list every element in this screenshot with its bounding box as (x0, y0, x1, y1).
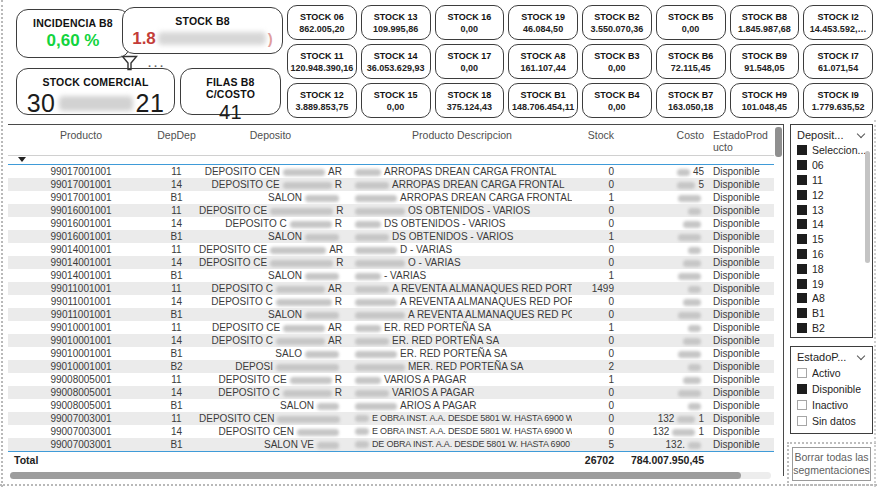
checkbox[interactable] (797, 234, 807, 244)
checkbox[interactable] (797, 205, 807, 215)
checkbox[interactable] (797, 293, 807, 303)
col-header-producto-descripcion[interactable]: Producto Descripcion (346, 129, 572, 142)
stock-card[interactable]: STOCK B3 0,00 (582, 44, 652, 79)
card-stock-b8[interactable]: STOCK B8 1.8) (122, 7, 283, 54)
stock-card[interactable]: STOCK I2 14.453.592,… (803, 5, 873, 40)
table-row[interactable]: 99007003001 11 DEPOSITO CEN E OBRA INST.… (8, 412, 774, 425)
table-row[interactable]: 99008005001 B1 SALON ARIOS A PAGAR 0 Dis… (8, 399, 774, 412)
table-row[interactable]: 99017001001 B1 SALON ARROPAS DREAN CARGA… (8, 191, 774, 204)
stock-card[interactable]: STOCK 14 36.053.629,93 (361, 44, 431, 79)
stock-card[interactable]: STOCK B1 148.706.454,11 (508, 83, 578, 118)
slicer-item[interactable]: Seleccion... (797, 143, 872, 158)
stock-card[interactable]: STOCK 12 3.889.853,75 (287, 83, 357, 118)
stock-card[interactable]: STOCK 06 862.005,20 (287, 5, 357, 40)
slicer-item[interactable]: B1 (797, 306, 872, 321)
stock-card[interactable]: STOCK H9 101.048,45 (730, 83, 800, 118)
table-row[interactable]: 99017001001 11 DEPOSITO CENAR ARROPAS DR… (8, 165, 774, 178)
checkbox[interactable] (797, 400, 807, 410)
scrollbar-thumb[interactable] (775, 127, 782, 157)
clear-all-slicers-button[interactable]: Borrar todas las segmentaciones (792, 447, 871, 481)
slicer-item[interactable]: 14 (797, 217, 872, 232)
checkbox[interactable] (797, 219, 807, 229)
checkbox[interactable] (797, 249, 807, 259)
stock-card[interactable]: STOCK 11 120.948.390,16 (287, 44, 357, 79)
table-row[interactable]: 99007003001 14 DEPOSITO CEN E OBRA INST.… (8, 425, 774, 438)
slicer-item[interactable]: 13 (797, 202, 872, 217)
stock-card[interactable]: STOCK B9 91.548,05 (730, 44, 800, 79)
slicer-item[interactable]: 18 (797, 261, 872, 276)
slicer-item[interactable]: Disponible (797, 381, 872, 397)
table-row[interactable]: 99017001001 14 DEPOSITO CER ARROPAS DREA… (8, 178, 774, 191)
table-row[interactable]: 99010001001 11 DEPOSITO CEAR ER. RED POR… (8, 321, 774, 334)
table-row[interactable]: 99010001001 B1 SALO ER. RED PORTEÑA SA 0… (8, 347, 774, 360)
slicer-item[interactable]: B3 (797, 335, 872, 338)
table-row[interactable]: 99016001001 11 DEPOSITO CER OS OBTENIDOS… (8, 204, 774, 217)
table-row[interactable]: 99008005001 11 DEPOSITO CER VARIOS A PAG… (8, 373, 774, 386)
checkbox[interactable] (797, 190, 807, 200)
stock-card[interactable]: STOCK 16 0,00 (435, 5, 505, 40)
col-header-producto[interactable]: Producto (8, 129, 154, 142)
stock-card[interactable]: STOCK 15 0,00 (361, 83, 431, 118)
slicer-item[interactable]: 15 (797, 232, 872, 247)
column-filter-arrow-icon[interactable] (18, 157, 26, 162)
stock-card[interactable]: STOCK 17 0,00 (435, 44, 505, 79)
col-header-estadoproducto[interactable]: EstadoProducto (708, 129, 770, 153)
slicer-item[interactable]: 11 (797, 173, 872, 188)
table-row[interactable]: 99016001001 14 DEPOSITO CR DS OBTENIDOS … (8, 217, 774, 230)
stock-card[interactable]: STOCK B7 163.050,18 (656, 83, 726, 118)
slicer-item[interactable]: B2 (797, 321, 872, 336)
slicer-item[interactable]: 12 (797, 187, 872, 202)
stock-card[interactable]: STOCK B4 0,00 (582, 83, 652, 118)
table-row[interactable]: 99010001001 14 DEPOSITO CAR ER. RED PORT… (8, 334, 774, 347)
col-header-deposito[interactable]: Deposito (199, 129, 346, 142)
table-row[interactable]: 99007003001 B1 SALON VE DE OBRA INST. A.… (8, 438, 774, 451)
stock-card[interactable]: STOCK I7 61.071,54 (803, 44, 873, 79)
slicer-item[interactable]: A8 (797, 291, 872, 306)
col-header-costo[interactable]: Costo (620, 129, 708, 142)
slicer-item[interactable]: 16 (797, 247, 872, 262)
stock-card[interactable]: STOCK B8 1.845.987,68 (730, 5, 800, 40)
stock-card[interactable]: STOCK B2 3.550.070,36 (582, 5, 652, 40)
table-row[interactable]: 99014001001 14 DEPOSITO CER O - VARIAS 0… (8, 256, 774, 269)
stock-card[interactable]: STOCK A8 161.107,44 (508, 44, 578, 79)
checkbox[interactable] (797, 160, 807, 170)
table-vertical-scrollbar[interactable] (775, 127, 782, 467)
checkbox[interactable] (797, 416, 807, 426)
slicer-item[interactable]: 19 (797, 276, 872, 291)
col-header-stock[interactable]: Stock (572, 129, 620, 142)
checkbox[interactable] (797, 264, 807, 274)
slicer-scrollbar[interactable] (865, 151, 870, 263)
filter-funnel-icon[interactable] (121, 55, 138, 71)
checkbox[interactable] (797, 308, 807, 318)
checkbox[interactable] (797, 323, 807, 333)
checkbox[interactable] (797, 368, 807, 378)
chevron-down-icon[interactable] (857, 129, 865, 137)
stock-card[interactable]: STOCK I9 1.779.635,52 (803, 83, 873, 118)
col-header-depdep[interactable]: DepDep (154, 129, 199, 142)
stock-card[interactable]: STOCK 18 375.124,43 (435, 83, 505, 118)
table-row[interactable]: 99016001001 B1 SALON DS OBTENIDOS - VARI… (8, 230, 774, 243)
checkbox[interactable] (797, 175, 807, 185)
slicer-item[interactable]: Sin datos (797, 413, 872, 429)
table-row[interactable]: 99011001001 14 DEPOSITO CR A REVENTA ALM… (8, 295, 774, 308)
checkbox[interactable] (797, 279, 807, 289)
table-row[interactable]: 99008005001 14 DEPOSITO CR VARIOS A PAGA… (8, 386, 774, 399)
stock-card[interactable]: STOCK B5 0,00 (656, 5, 726, 40)
checkbox[interactable] (797, 384, 807, 394)
card-filas-b8-costo[interactable]: FILAS B8 C/COSTO 41 (180, 68, 281, 115)
stock-card[interactable]: STOCK 19 46.084,50 (508, 5, 578, 40)
table-horizontal-scrollbar[interactable] (10, 472, 771, 479)
slicer-item[interactable]: Inactivo (797, 397, 872, 413)
card-stock-comercial[interactable]: STOCK COMERCIAL 3021 (16, 68, 175, 115)
checkbox[interactable] (797, 145, 807, 155)
slicer-item[interactable]: 06 (797, 158, 872, 173)
more-options-icon[interactable]: ... (148, 61, 166, 65)
table-row[interactable]: 99014001001 B1 SALON - VARIAS 1 Disponib… (8, 269, 774, 282)
stock-card[interactable]: STOCK 13 109.995,86 (361, 5, 431, 40)
table-row[interactable]: 99011001001 11 DEPOSITO CAR A REVENTA AL… (8, 282, 774, 295)
card-incidencia-b8[interactable]: INCIDENCIA B8 0,60 % (16, 9, 130, 58)
chevron-down-icon[interactable] (857, 351, 865, 359)
stock-card[interactable]: STOCK B6 72.115,45 (656, 44, 726, 79)
table-row[interactable]: 99011001001 B1 SALON A REVENTA ALMANAQUE… (8, 308, 774, 321)
table-row[interactable]: 99014001001 11 DEPOSITO CEAR D - VARIAS … (8, 243, 774, 256)
